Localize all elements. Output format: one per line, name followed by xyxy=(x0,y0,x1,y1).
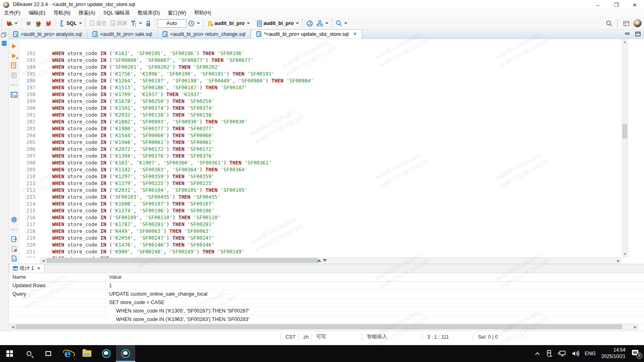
history-dropdown-caret[interactable] xyxy=(197,23,200,24)
stats-col-value[interactable]: Value xyxy=(106,274,122,280)
minimize-view-icon[interactable] xyxy=(625,31,630,37)
connection-selector[interactable]: audit_bi_pro xyxy=(206,19,252,28)
panel-sash-control[interactable] xyxy=(317,259,327,262)
action-center-button[interactable]: 8 xyxy=(631,350,640,357)
editor-horizontal-scrollbar[interactable]: ◀ ▶ xyxy=(40,257,621,263)
execute-statement-button[interactable] xyxy=(10,42,18,50)
close-button[interactable]: ✕ xyxy=(625,0,644,10)
results-scroll-left-arrow[interactable]: ◀ xyxy=(10,324,15,329)
maximize-button[interactable]: ❐ xyxy=(607,0,625,10)
stats-col-name[interactable]: Name xyxy=(9,273,106,281)
code-text: WHEN store_code IN ('K1142', 'SF00363', … xyxy=(40,166,248,173)
minimize-button[interactable]: – xyxy=(588,0,607,10)
dbeaver-taskbar-button[interactable] xyxy=(97,345,116,362)
menu-item-7[interactable]: 帮助(H) xyxy=(190,9,215,17)
maximize-view-icon[interactable] xyxy=(635,31,641,37)
open-console-button[interactable] xyxy=(10,90,18,99)
results-horizontal-scrollbar[interactable]: ◀ ▶ xyxy=(10,324,638,330)
status-segment-3[interactable]: 智能插入 xyxy=(362,333,422,341)
rollback-button[interactable]: 回滚 xyxy=(108,19,129,28)
editor-settings-button[interactable] xyxy=(10,216,18,224)
tray-chevron-icon[interactable] xyxy=(535,352,540,356)
stats-row-1[interactable]: QueryUPDATE custom_online_sale_change_lo… xyxy=(9,290,644,298)
history-button[interactable] xyxy=(186,19,202,28)
dbeaver-active-taskbar-button[interactable] xyxy=(116,345,135,362)
menu-item-5[interactable]: 数据库(D) xyxy=(134,9,164,17)
lock-button[interactable] xyxy=(144,19,153,28)
restore-panel-icon[interactable] xyxy=(1,32,8,38)
scroll-down-arrow[interactable]: ▼ xyxy=(622,252,627,257)
commit-button[interactable]: 提交 xyxy=(88,19,108,28)
scroll-left-arrow[interactable]: ◀ xyxy=(41,258,46,263)
stats-tab[interactable]: 统计 1 ✕ xyxy=(9,264,45,273)
stats-row-2[interactable]: SET store_code = CASE xyxy=(9,298,644,307)
code-text: WHEN store_code IN ('K2031', 'SF00104', … xyxy=(40,187,248,193)
commit-mode-box[interactable]: Auto xyxy=(157,19,186,28)
er-dropdown-caret[interactable] xyxy=(325,23,328,24)
execute-new-tab-button[interactable]: + xyxy=(10,52,18,60)
er-diagram-button[interactable] xyxy=(315,19,330,28)
editor-tab-2[interactable]: <audit_bi_pro> return_change.sql xyxy=(157,29,251,39)
stats-tab-close-icon[interactable]: ✕ xyxy=(37,266,40,271)
line-number: 194 xyxy=(19,64,40,70)
editor-tab-3[interactable]: *<audit_bi_pro> update_sbz_store.sql✕ xyxy=(251,29,362,39)
file-explorer-button[interactable] xyxy=(77,345,97,362)
transaction-dropdown-caret[interactable] xyxy=(139,23,142,24)
language-indicator[interactable]: ENG xyxy=(585,351,596,356)
task-view-button[interactable] xyxy=(39,345,58,362)
internet-explorer-button[interactable]: e xyxy=(58,345,77,362)
explain-plan-button[interactable] xyxy=(10,71,18,79)
vertical-scroll-thumb[interactable] xyxy=(623,124,627,138)
sash-up-icon[interactable] xyxy=(317,259,321,262)
reconnect-button[interactable] xyxy=(33,19,43,28)
sql-code-editor[interactable]: 192 WHEN store_code IN ('K162', 'SF00195… xyxy=(19,39,621,257)
volume-icon[interactable] xyxy=(572,350,579,357)
quick-search-icon[interactable] xyxy=(606,20,613,27)
search-button[interactable] xyxy=(334,19,349,27)
schema-selector[interactable]: audit_bi_pro xyxy=(255,19,301,28)
taskbar-search-button[interactable] xyxy=(19,345,39,362)
disconnect-button[interactable] xyxy=(24,19,33,27)
menu-item-6[interactable]: 窗口(W) xyxy=(164,9,190,17)
stats-row-3[interactable]: WHEN store_code IN ('K1305', 'SF00287') … xyxy=(9,307,644,315)
results-scroll-right-arrow[interactable]: ▶ xyxy=(633,324,638,329)
stats-row-4[interactable]: WHEN store_code IN ('K1963', 'SF00283') … xyxy=(9,315,644,324)
perspective-icon[interactable] xyxy=(623,20,630,27)
menu-item-1[interactable]: 编辑(E) xyxy=(25,9,50,17)
variables-button[interactable]: (x) xyxy=(10,254,18,262)
editor-tab-0[interactable]: <audit_bi_pro> analysis.sql xyxy=(8,29,87,39)
editor-tab-1[interactable]: <audit_bi_pro> sale.sql xyxy=(87,29,157,39)
connect-button[interactable] xyxy=(4,19,19,28)
database-navigator-icon[interactable] xyxy=(1,40,8,47)
sash-down-icon[interactable] xyxy=(323,259,327,262)
save-warning-button[interactable] xyxy=(10,245,18,253)
network-icon[interactable] xyxy=(558,350,566,357)
user-avatar[interactable] xyxy=(634,19,642,27)
results-scroll-thumb[interactable] xyxy=(16,325,622,329)
tab-close-icon[interactable]: ✕ xyxy=(353,31,357,37)
editor-vertical-scrollbar[interactable]: ▲ ▼ xyxy=(622,39,628,257)
connection-caret[interactable] xyxy=(247,23,250,24)
scroll-right-arrow[interactable]: ▶ xyxy=(616,258,621,263)
menu-item-2[interactable]: 导航(N) xyxy=(50,9,74,17)
stats-row-0[interactable]: Updated Rows1 xyxy=(9,282,644,290)
clock[interactable]: 14:54 2025/10/21 xyxy=(601,347,625,360)
sql-dropdown-caret[interactable] xyxy=(79,23,82,24)
schema-caret[interactable] xyxy=(296,23,299,24)
status-segment-4[interactable]: 3 : 1 : 111 xyxy=(422,333,473,341)
start-button[interactable] xyxy=(0,345,19,362)
menu-item-4[interactable]: SQL 编辑器 xyxy=(99,9,134,17)
dashboard-button[interactable] xyxy=(305,19,315,28)
menu-item-0[interactable]: 文件(F) xyxy=(0,9,25,17)
export-result-button[interactable] xyxy=(10,235,18,243)
invalidate-button[interactable] xyxy=(43,19,54,28)
horizontal-scroll-thumb[interactable] xyxy=(46,258,318,263)
execute-script-button[interactable] xyxy=(10,62,18,70)
search-dropdown-caret[interactable] xyxy=(344,23,347,24)
connect-dropdown-caret[interactable] xyxy=(14,23,18,24)
transaction-mode-button[interactable] xyxy=(129,19,144,28)
scroll-up-arrow[interactable]: ▲ xyxy=(622,39,627,45)
sql-editor-button[interactable]: SQL xyxy=(58,19,84,28)
menu-item-3[interactable]: 搜索(A) xyxy=(74,9,99,17)
usb-icon[interactable] xyxy=(546,350,552,357)
